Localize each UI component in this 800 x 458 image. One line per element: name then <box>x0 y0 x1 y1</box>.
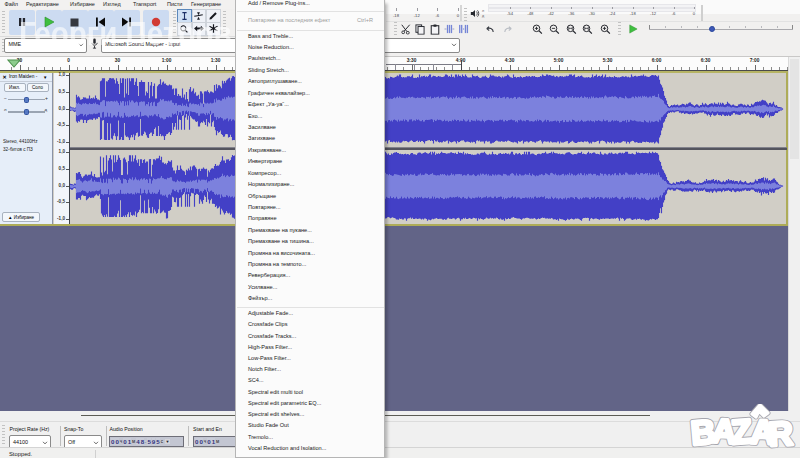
svg-text:R: R <box>767 414 794 453</box>
